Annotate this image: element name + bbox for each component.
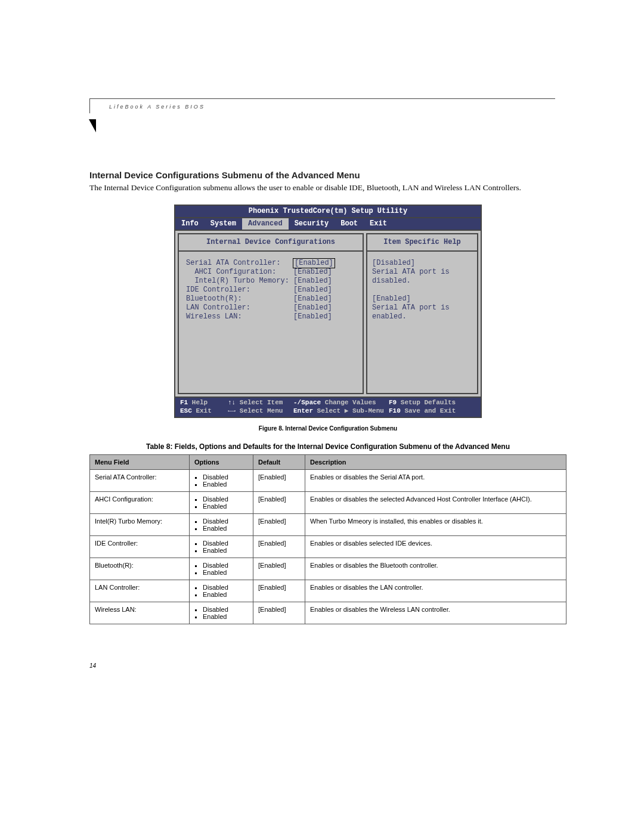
option-bullet: Disabled — [203, 518, 248, 525]
bios-field-row[interactable]: Bluetooth(R):[Enabled] — [179, 295, 363, 304]
table-header-cell: Description — [305, 455, 566, 470]
bios-help-line: Serial ATA port is — [372, 268, 473, 277]
table-caption: Table 8: Fields, Options and Defaults fo… — [89, 442, 566, 451]
bios-field-value[interactable]: [Enabled] — [293, 312, 332, 321]
bios-field-label: Intel(R) Turbo Memory: — [186, 277, 293, 286]
table-header-cell: Default — [253, 455, 305, 470]
bios-menu-system[interactable]: System — [205, 218, 242, 230]
cell-menu-field: Bluetooth(R): — [90, 558, 190, 580]
bios-field-label: AHCI Configuration: — [186, 268, 293, 277]
document-page: LifeBook A Series BIOS Internal Device C… — [0, 0, 644, 833]
cell-options: DisabledEnabled — [190, 470, 253, 492]
option-bullet: Disabled — [203, 540, 248, 547]
bios-field-label: LAN Controller: — [186, 304, 293, 312]
bios-field-label: Bluetooth(R): — [186, 295, 293, 304]
bios-field-value[interactable]: [Enabled] — [293, 268, 332, 277]
bios-menu-boot[interactable]: Boot — [335, 218, 364, 230]
option-bullet: Enabled — [203, 591, 248, 598]
bios-help-title: Item Specific Help — [367, 234, 477, 252]
cell-menu-field: LAN Controller: — [90, 580, 190, 602]
option-bullet: Disabled — [203, 562, 248, 569]
bios-field-row[interactable]: Serial ATA Controller:[Enabled] — [179, 259, 363, 268]
table-row: Intel(R) Turbo Memory:DisabledEnabled[En… — [90, 514, 566, 536]
cell-options: DisabledEnabled — [190, 580, 253, 602]
bios-footer-hint: ←→ Select Menu — [228, 407, 293, 416]
bios-footer-hint: ESC Exit — [180, 407, 228, 416]
bios-field-row[interactable]: Wireless LAN:[Enabled] — [179, 312, 363, 321]
bios-field-value[interactable]: [Enabled] — [293, 277, 332, 286]
option-bullet: Enabled — [203, 503, 248, 510]
cell-menu-field: Intel(R) Turbo Memory: — [90, 514, 190, 536]
table-row: AHCI Configuration:DisabledEnabled[Enabl… — [90, 492, 566, 514]
bios-help-line: disabled. — [372, 277, 473, 286]
cell-default: [Enabled] — [253, 558, 305, 580]
cell-default: [Enabled] — [253, 602, 305, 624]
bios-menu-exit[interactable]: Exit — [364, 218, 393, 230]
table-row: Serial ATA Controller:DisabledEnabled[En… — [90, 470, 566, 492]
section-heading: Internal Device Configurations Submenu o… — [89, 170, 566, 180]
option-bullet: Enabled — [203, 525, 248, 532]
option-bullet: Disabled — [203, 473, 248, 481]
intro-paragraph: The Internal Device Configuration submen… — [89, 182, 566, 194]
bios-field-value[interactable]: [Enabled] — [293, 295, 332, 304]
bios-help-line: Serial ATA port is — [372, 304, 473, 312]
bios-footer-hint: F1 Help — [180, 399, 228, 407]
bios-field-row[interactable]: Intel(R) Turbo Memory:[Enabled] — [179, 277, 363, 286]
bios-footer: F1 Help↑↓ Select Item-/Space Change Valu… — [175, 397, 481, 417]
bios-help-line: enabled. — [372, 312, 473, 321]
option-bullet: Enabled — [203, 481, 248, 488]
option-bullet: Disabled — [203, 496, 248, 503]
corner-triangle-icon — [89, 119, 96, 132]
body-area: Internal Device Configurations Submenu o… — [89, 134, 566, 624]
table-row: IDE Controller:DisabledEnabled[Enabled]E… — [90, 536, 566, 558]
bios-field-row[interactable]: AHCI Configuration:[Enabled] — [179, 268, 363, 277]
bios-panel-title: Internal Device Configurations — [179, 234, 363, 252]
table-row: Wireless LAN:DisabledEnabled[Enabled]Ena… — [90, 602, 566, 624]
cell-default: [Enabled] — [253, 580, 305, 602]
bios-title: Phoenix TrustedCore(tm) Setup Utility — [175, 206, 481, 218]
bios-screenshot: Phoenix TrustedCore(tm) Setup Utility In… — [174, 205, 482, 419]
table-row: LAN Controller:DisabledEnabled[Enabled]E… — [90, 580, 566, 602]
option-bullet: Disabled — [203, 606, 248, 613]
cell-menu-field: IDE Controller: — [90, 536, 190, 558]
bios-left-panel: Internal Device Configurations Serial AT… — [178, 233, 364, 394]
page-number: 14 — [89, 662, 96, 669]
bios-field-label: Wireless LAN: — [186, 312, 293, 321]
cell-default: [Enabled] — [253, 470, 305, 492]
cell-default: [Enabled] — [253, 536, 305, 558]
bios-field-value[interactable]: [Enabled] — [293, 286, 332, 295]
bios-menu-security[interactable]: Security — [289, 218, 335, 230]
bios-field-row[interactable]: LAN Controller:[Enabled] — [179, 304, 363, 312]
bios-menu-bar: InfoSystemAdvancedSecurityBootExit — [175, 218, 481, 231]
option-bullet: Enabled — [203, 569, 248, 576]
bios-menu-advanced[interactable]: Advanced — [242, 218, 289, 230]
bios-field-row[interactable]: IDE Controller:[Enabled] — [179, 286, 363, 295]
bios-help-panel: Item Specific Help [Disabled]Serial ATA … — [366, 233, 478, 394]
cell-description: Enables or disables the selected Advance… — [305, 492, 566, 514]
bios-field-label: Serial ATA Controller: — [186, 259, 293, 268]
cell-description: When Turbo Mmeory is installed, this ena… — [305, 514, 566, 536]
running-head: LifeBook A Series BIOS — [90, 104, 555, 113]
cell-description: Enables or disables the Serial ATA port. — [305, 470, 566, 492]
cell-menu-field: Wireless LAN: — [90, 602, 190, 624]
cell-default: [Enabled] — [253, 514, 305, 536]
cell-options: DisabledEnabled — [190, 492, 253, 514]
page-frame: LifeBook A Series BIOS — [89, 98, 555, 113]
bios-field-value[interactable]: [Enabled] — [293, 304, 332, 312]
bios-field-value[interactable]: [Enabled] — [293, 259, 335, 268]
bios-footer-hint: ↑↓ Select Item — [228, 399, 293, 407]
cell-description: Enables or disables the LAN controller. — [305, 580, 566, 602]
option-bullet: Enabled — [203, 547, 248, 554]
cell-options: DisabledEnabled — [190, 514, 253, 536]
cell-default: [Enabled] — [253, 492, 305, 514]
bios-menu-info[interactable]: Info — [175, 218, 205, 230]
bios-footer-hint: Enter Select ▶ Sub-Menu — [293, 407, 389, 416]
cell-description: Enables or disables the Bluetooth contro… — [305, 558, 566, 580]
table-row: Bluetooth(R):DisabledEnabled[Enabled]Ena… — [90, 558, 566, 580]
bios-footer-hint: F9 Setup Defaults — [389, 399, 472, 407]
bios-field-label: IDE Controller: — [186, 286, 293, 295]
bios-help-line: [Disabled] — [372, 259, 473, 268]
cell-options: DisabledEnabled — [190, 558, 253, 580]
cell-options: DisabledEnabled — [190, 602, 253, 624]
option-bullet: Disabled — [203, 584, 248, 591]
